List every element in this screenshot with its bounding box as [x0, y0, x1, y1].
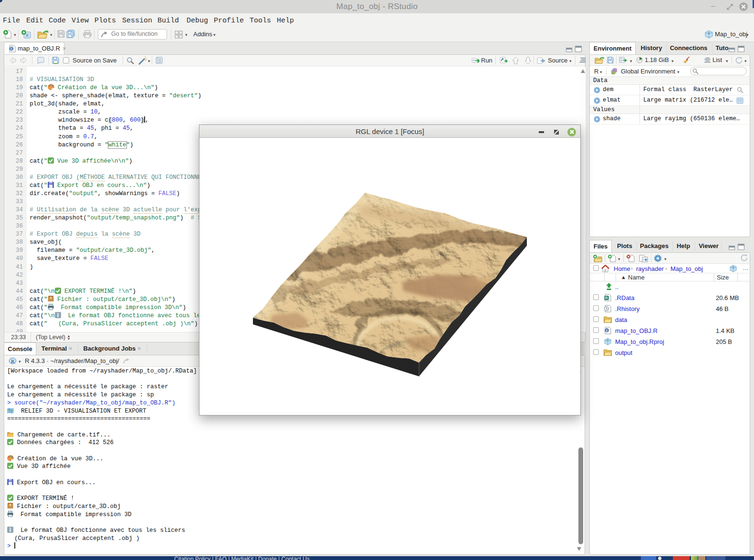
svg-text:R: R [606, 329, 608, 333]
svg-text:R: R [11, 359, 15, 364]
svg-text:R: R [708, 31, 710, 35]
svg-text:R: R [10, 47, 13, 51]
